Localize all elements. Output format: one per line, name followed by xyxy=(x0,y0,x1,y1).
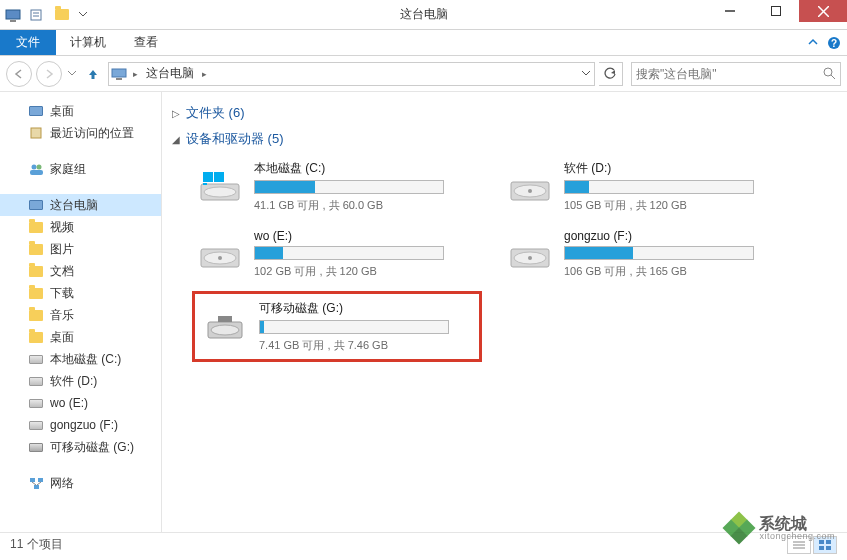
drive-item[interactable]: 软件 (D:)105 GB 可用 , 共 120 GB xyxy=(502,156,792,217)
content-pane: ▷ 文件夹 (6) ◢ 设备和驱动器 (5) 本地磁盘 (C:)41.1 GB … xyxy=(162,92,847,532)
folder-icon xyxy=(28,329,44,345)
tree-item[interactable]: 下载 xyxy=(0,282,161,304)
svg-line-14 xyxy=(831,75,835,79)
window-title: 这台电脑 xyxy=(400,6,448,23)
drive-capacity-bar xyxy=(254,180,444,194)
tree-item-homegroup[interactable]: 家庭组 xyxy=(0,158,161,180)
drive-icon xyxy=(196,167,244,207)
folder-icon xyxy=(28,241,44,257)
tree-item[interactable]: gongzuo (F:) xyxy=(0,414,161,436)
svg-rect-11 xyxy=(112,69,126,77)
tree-item[interactable]: 视频 xyxy=(0,216,161,238)
svg-rect-46 xyxy=(819,546,824,550)
breadcrumb-thispc[interactable]: 这台电脑 xyxy=(142,65,198,82)
svg-point-31 xyxy=(528,189,532,193)
hdd-icon xyxy=(28,351,44,367)
drive-item[interactable]: 可移动磁盘 (G:)7.41 GB 可用 , 共 7.46 GB xyxy=(192,291,482,362)
section-title: 文件夹 (6) xyxy=(186,104,245,122)
drive-capacity-bar xyxy=(259,320,449,334)
network-icon xyxy=(28,475,44,491)
drive-free-text: 102 GB 可用 , 共 120 GB xyxy=(254,264,478,279)
tree-item[interactable]: 音乐 xyxy=(0,304,161,326)
tree-item-recent[interactable]: 最近访问的位置 xyxy=(0,122,161,144)
folder-icon xyxy=(28,307,44,323)
view-tiles-button[interactable] xyxy=(813,536,837,554)
svg-rect-0 xyxy=(6,10,20,19)
tree-item[interactable]: 本地磁盘 (C:) xyxy=(0,348,161,370)
back-button[interactable] xyxy=(6,61,32,87)
forward-button[interactable] xyxy=(36,61,62,87)
app-icon xyxy=(4,6,22,24)
maximize-button[interactable] xyxy=(753,0,799,22)
ribbon-tab-view[interactable]: 查看 xyxy=(120,30,172,55)
tree-label: 桌面 xyxy=(50,103,74,120)
svg-rect-28 xyxy=(203,183,207,185)
ribbon-expand-icon[interactable] xyxy=(807,37,819,49)
view-details-button[interactable] xyxy=(787,536,811,554)
help-icon[interactable]: ? xyxy=(827,36,841,50)
homegroup-icon xyxy=(28,161,44,177)
tree-label: 文档 xyxy=(50,263,74,280)
close-button[interactable] xyxy=(799,0,847,22)
computer-icon xyxy=(28,197,44,213)
refresh-button[interactable] xyxy=(599,62,623,86)
tree-item[interactable]: wo (E:) xyxy=(0,392,161,414)
tree-item[interactable]: 桌面 xyxy=(0,326,161,348)
tree-label: 桌面 xyxy=(50,329,74,346)
tree-item-network[interactable]: 网络 xyxy=(0,472,161,494)
search-box[interactable] xyxy=(631,62,841,86)
svg-point-17 xyxy=(36,164,41,169)
section-drives[interactable]: ◢ 设备和驱动器 (5) xyxy=(172,130,837,148)
qat-properties-icon[interactable] xyxy=(24,4,48,26)
drive-item[interactable]: gongzuo (F:)106 GB 可用 , 共 165 GB xyxy=(502,225,792,283)
svg-rect-45 xyxy=(826,540,831,544)
svg-rect-26 xyxy=(203,172,213,182)
svg-point-34 xyxy=(218,256,222,260)
section-title: 设备和驱动器 (5) xyxy=(186,130,284,148)
tree-label: 可移动磁盘 (G:) xyxy=(50,439,134,456)
ribbon-file-tab[interactable]: 文件 xyxy=(0,30,56,55)
breadcrumb-sep-icon[interactable]: ▸ xyxy=(133,69,138,79)
drive-free-text: 41.1 GB 可用 , 共 60.0 GB xyxy=(254,198,478,213)
tree-label: 家庭组 xyxy=(50,161,86,178)
tree-item[interactable]: 图片 xyxy=(0,238,161,260)
up-button[interactable] xyxy=(82,63,104,85)
drive-item[interactable]: wo (E:)102 GB 可用 , 共 120 GB xyxy=(192,225,482,283)
tree-item[interactable]: 文档 xyxy=(0,260,161,282)
tree-item[interactable]: 软件 (D:) xyxy=(0,370,161,392)
tree-label: 网络 xyxy=(50,475,74,492)
search-icon[interactable] xyxy=(823,67,836,80)
tree-label: 软件 (D:) xyxy=(50,373,97,390)
svg-rect-20 xyxy=(38,478,43,482)
svg-rect-15 xyxy=(31,128,41,138)
search-input[interactable] xyxy=(636,67,823,81)
svg-rect-18 xyxy=(30,170,43,175)
tree-label: 下载 xyxy=(50,285,74,302)
tree-item-desktop[interactable]: 桌面 xyxy=(0,100,161,122)
section-folders[interactable]: ▷ 文件夹 (6) xyxy=(172,104,837,122)
tree-label: 图片 xyxy=(50,241,74,258)
folder-icon xyxy=(28,285,44,301)
qat-new-folder-icon[interactable] xyxy=(50,4,74,26)
tree-item-thispc[interactable]: 这台电脑 xyxy=(0,194,161,216)
drive-item[interactable]: 本地磁盘 (C:)41.1 GB 可用 , 共 60.0 GB xyxy=(192,156,482,217)
navigation-bar: ▸ 这台电脑 ▸ xyxy=(0,56,847,92)
tree-label: 音乐 xyxy=(50,307,74,324)
tree-item[interactable]: 可移动磁盘 (G:) xyxy=(0,436,161,458)
svg-rect-44 xyxy=(819,540,824,544)
breadcrumb-sep-icon[interactable]: ▸ xyxy=(202,69,207,79)
address-dropdown-icon[interactable] xyxy=(582,71,590,76)
address-bar[interactable]: ▸ 这台电脑 ▸ xyxy=(108,62,595,86)
recent-dropdown-icon[interactable] xyxy=(66,71,78,76)
minimize-button[interactable] xyxy=(707,0,753,22)
status-item-count: 11 个项目 xyxy=(10,536,63,553)
drive-free-text: 105 GB 可用 , 共 120 GB xyxy=(564,198,788,213)
folder-icon xyxy=(28,219,44,235)
qat-dropdown-icon[interactable] xyxy=(76,4,90,26)
ribbon-tab-computer[interactable]: 计算机 xyxy=(56,30,120,55)
drive-capacity-bar xyxy=(564,246,754,260)
drive-name: 可移动磁盘 (G:) xyxy=(259,300,473,317)
drive-name: 软件 (D:) xyxy=(564,160,788,177)
main-split: 桌面 最近访问的位置 家庭组 这台电脑 视频图片文档下载音乐桌面本地磁盘 (C:… xyxy=(0,92,847,532)
drive-free-text: 106 GB 可用 , 共 165 GB xyxy=(564,264,788,279)
